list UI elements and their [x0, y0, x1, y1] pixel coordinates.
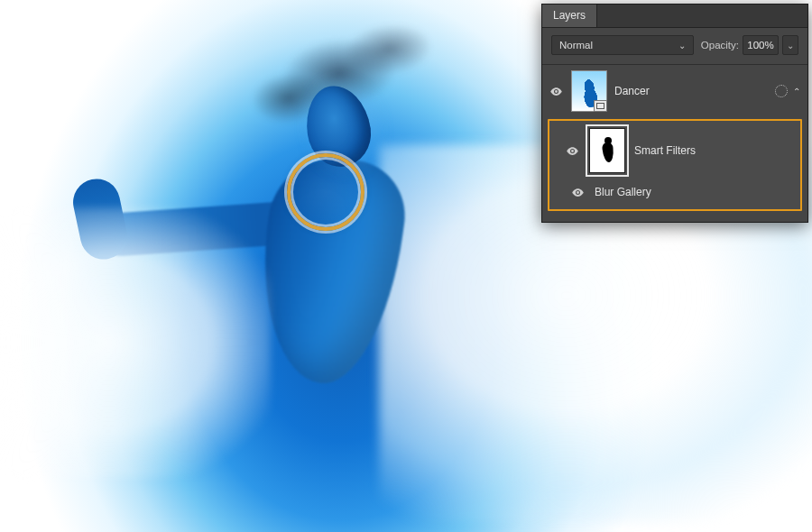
- mask-content: [602, 137, 614, 164]
- image-content: [98, 200, 300, 257]
- opacity-value-field[interactable]: 100%: [743, 35, 779, 55]
- layer-thumbnail[interactable]: [571, 70, 607, 112]
- smart-filters-group: Smart Filters Blur Gallery: [548, 119, 802, 211]
- layer-controls: Normal ⌄ Opacity: 100% ⌄: [542, 28, 807, 65]
- visibility-toggle[interactable]: [564, 142, 580, 159]
- smart-filters-label: Smart Filters: [634, 144, 696, 157]
- collapse-toggle[interactable]: ⌃: [793, 87, 800, 96]
- visibility-toggle[interactable]: [569, 184, 586, 200]
- filter-name[interactable]: Blur Gallery: [595, 186, 651, 198]
- layers-panel: Layers Normal ⌄ Opacity: 100% ⌄: [541, 4, 808, 223]
- opacity-label: Opacity:: [701, 40, 739, 50]
- layer-name[interactable]: Dancer: [614, 85, 768, 97]
- layer-row-dancer[interactable]: Dancer ⌃: [542, 65, 807, 117]
- opacity-stepper[interactable]: ⌄: [782, 35, 798, 55]
- filter-item-row[interactable]: Blur Gallery: [549, 179, 800, 209]
- blur-gallery-pin[interactable]: [287, 153, 364, 231]
- panel-tabstrip: Layers: [542, 5, 807, 28]
- chevron-down-icon: ⌄: [678, 41, 686, 50]
- eye-icon: [571, 186, 585, 199]
- filter-mask-thumbnail[interactable]: [589, 128, 625, 173]
- visibility-toggle[interactable]: [548, 83, 564, 99]
- tab-layers[interactable]: Layers: [542, 5, 597, 27]
- smart-object-icon: [594, 100, 607, 112]
- blend-mode-value: Normal: [559, 40, 593, 50]
- eye-icon: [549, 85, 563, 98]
- smart-filters-row[interactable]: Smart Filters: [549, 121, 800, 179]
- layers-panel-body: Normal ⌄ Opacity: 100% ⌄ Dancer: [542, 28, 807, 222]
- filter-effects-icon[interactable]: [775, 85, 788, 97]
- layer-row-actions: ⌃: [775, 85, 800, 97]
- image-content: [69, 175, 132, 264]
- chevron-down-icon: ⌄: [787, 41, 794, 50]
- layer-list: Dancer ⌃ Smart Filters: [542, 65, 807, 222]
- opacity-control: Opacity: 100% ⌄: [701, 35, 798, 55]
- eye-icon: [566, 144, 579, 158]
- blend-mode-select[interactable]: Normal ⌄: [551, 35, 694, 55]
